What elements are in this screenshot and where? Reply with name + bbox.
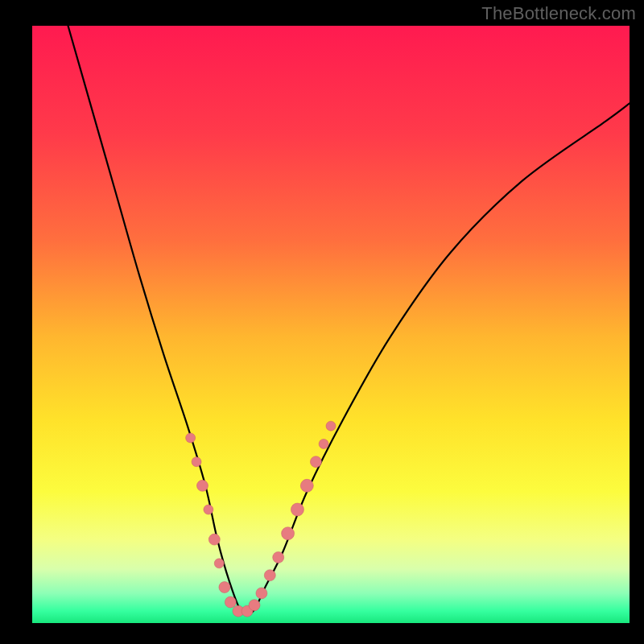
sample-dot xyxy=(186,433,196,443)
sample-dot xyxy=(300,479,313,492)
sample-dot xyxy=(249,600,260,611)
sample-dot xyxy=(310,456,321,468)
sample-dot xyxy=(273,551,284,563)
sample-dot xyxy=(225,597,236,608)
sample-dot xyxy=(282,527,295,540)
sample-dot xyxy=(219,581,230,592)
sample-dot xyxy=(291,503,303,516)
sample-dot xyxy=(264,570,275,581)
sample-dots-layer xyxy=(32,26,630,623)
sample-dot xyxy=(208,534,220,545)
sample-dot xyxy=(214,559,224,568)
sample-dot xyxy=(204,505,213,514)
sample-dot xyxy=(326,421,336,431)
plot-area xyxy=(32,26,630,623)
sample-dot xyxy=(196,480,208,491)
sample-dot xyxy=(192,457,201,467)
sample-dot xyxy=(319,439,328,448)
watermark-text: TheBottleneck.com xyxy=(481,3,636,24)
chart-frame: TheBottleneck.com xyxy=(0,0,644,644)
sample-dot xyxy=(256,588,267,599)
